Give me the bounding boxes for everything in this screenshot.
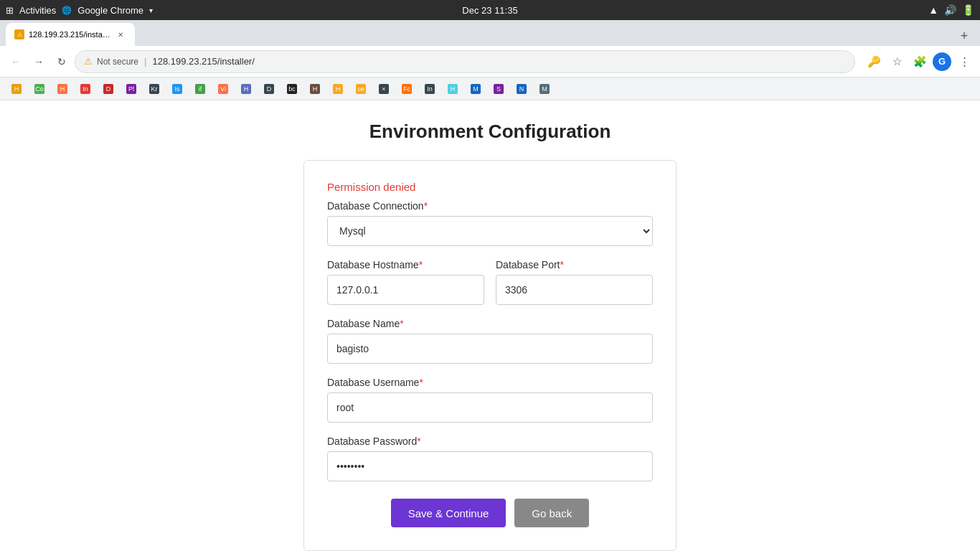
bookmark-item[interactable]: H xyxy=(327,80,349,98)
os-topbar: ⊞ Activities 🌐 Google Chrome ▾ Dec 23 11… xyxy=(0,0,980,20)
tab-close-button[interactable]: ✕ xyxy=(115,29,126,40)
required-star-hostname: * xyxy=(419,259,423,270)
new-tab-button[interactable]: + xyxy=(954,26,974,46)
address-bar[interactable]: ⚠ Not secure | 128.199.23.215/installer/ xyxy=(75,50,855,73)
save-continue-button[interactable]: Save & Continue xyxy=(391,499,507,527)
os-topbar-left: ⊞ Activities 🌐 Google Chrome ▾ xyxy=(6,5,153,16)
db-connection-group: Database Connection* Mysql PostgreSQL SQ… xyxy=(327,200,653,246)
key-icon[interactable]: 🔑 xyxy=(864,52,884,72)
bookmark-item[interactable]: H xyxy=(442,80,463,98)
bookmark-item[interactable]: if xyxy=(189,80,211,98)
tab-title: 128.199.23.215/installer/ xyxy=(29,30,110,39)
required-star-name: * xyxy=(400,318,403,329)
bookmark-item[interactable]: H xyxy=(304,80,326,98)
form-card: Permission denied Database Connection* M… xyxy=(303,160,677,551)
bookmark-item[interactable]: S xyxy=(488,80,509,98)
required-star-port: * xyxy=(560,259,564,270)
bookmark-item[interactable]: In xyxy=(419,80,440,98)
url-display: 128.199.23.215/installer/ xyxy=(152,56,254,67)
db-port-input[interactable] xyxy=(496,275,653,305)
security-warning-icon: ⚠ xyxy=(84,56,93,67)
required-star-connection: * xyxy=(424,200,428,212)
bookmark-item[interactable]: M xyxy=(534,80,555,98)
wifi-icon: ▲ xyxy=(928,4,938,16)
bookmark-item[interactable]: Co xyxy=(29,80,50,98)
db-connection-select[interactable]: Mysql PostgreSQL SQLite SQL Server xyxy=(327,216,653,246)
os-topbar-right: ▲ 🔊 🔋 xyxy=(928,4,974,16)
button-row: Save & Continue Go back xyxy=(327,499,653,527)
required-star-password: * xyxy=(417,435,420,447)
bookmark-item[interactable]: H xyxy=(52,80,73,98)
bookmarks-bar: HCoHInDPlKrIsifViHDbcHHce×FcInHMSNM xyxy=(0,77,980,100)
bookmark-item[interactable]: × xyxy=(373,80,395,98)
chrome-window: ⚠ 128.199.23.215/installer/ ✕ + ← → ↻ ⚠ … xyxy=(0,20,980,551)
menu-icon[interactable]: ⋮ xyxy=(954,52,974,72)
url-separator: | xyxy=(144,56,146,67)
bookmark-star-icon[interactable]: ☆ xyxy=(887,52,907,72)
permission-denied-message: Permission denied xyxy=(327,181,653,193)
db-username-label: Database Username* xyxy=(327,377,653,388)
db-username-input[interactable] xyxy=(327,392,653,423)
bookmark-item[interactable]: D xyxy=(258,80,280,98)
os-browser-arrow: ▾ xyxy=(149,6,153,14)
go-back-button[interactable]: Go back xyxy=(514,499,589,527)
bookmark-item[interactable]: H xyxy=(6,80,27,98)
db-port-group: Database Port* xyxy=(496,259,653,305)
bookmark-item[interactable]: ce xyxy=(350,80,372,98)
os-browser-label[interactable]: Google Chrome xyxy=(77,5,143,16)
db-name-group: Database Name* xyxy=(327,318,653,364)
os-datetime: Dec 23 11:35 xyxy=(462,5,517,16)
activities-icon[interactable]: ⊞ xyxy=(6,5,14,16)
tab-list: ⚠ 128.199.23.215/installer/ ✕ xyxy=(6,23,951,46)
page-title: Environment Configuration xyxy=(14,121,966,143)
not-secure-label: Not secure xyxy=(97,57,138,67)
bookmark-item[interactable]: bc xyxy=(281,80,303,98)
tab-bar: ⚠ 128.199.23.215/installer/ ✕ + xyxy=(0,20,980,46)
battery-icon: 🔋 xyxy=(962,4,974,16)
back-button[interactable]: ← xyxy=(6,52,26,72)
os-browser-icon: 🌐 xyxy=(62,6,72,15)
bookmark-item[interactable]: D xyxy=(98,80,119,98)
bookmark-item[interactable]: M xyxy=(465,80,486,98)
db-hostname-input[interactable] xyxy=(327,275,484,305)
active-tab[interactable]: ⚠ 128.199.23.215/installer/ ✕ xyxy=(6,23,135,46)
tab-favicon: ⚠ xyxy=(14,29,24,39)
db-password-label: Database Password* xyxy=(327,435,653,447)
db-hostname-label: Database Hostname* xyxy=(327,259,484,270)
bookmark-item[interactable]: In xyxy=(75,80,96,98)
bookmark-item[interactable]: Fc xyxy=(396,80,418,98)
bookmark-item[interactable]: Pl xyxy=(121,80,142,98)
os-app-label[interactable]: Activities xyxy=(19,5,56,16)
db-name-input[interactable] xyxy=(327,334,653,364)
db-password-group: Database Password* xyxy=(327,435,653,481)
bookmark-item[interactable]: N xyxy=(511,80,532,98)
user-avatar[interactable]: G xyxy=(933,52,951,71)
page-content: Environment Configuration Permission den… xyxy=(0,100,980,551)
bookmark-item[interactable]: H xyxy=(235,80,257,98)
sound-icon: 🔊 xyxy=(944,4,956,16)
bookmark-item[interactable]: Kr xyxy=(143,80,165,98)
db-hostname-group: Database Hostname* xyxy=(327,259,484,305)
address-bar-row: ← → ↻ ⚠ Not secure | 128.199.23.215/inst… xyxy=(0,46,980,77)
reload-button[interactable]: ↻ xyxy=(52,52,72,72)
db-name-label: Database Name* xyxy=(327,318,653,329)
address-bar-icons: 🔑 ☆ 🧩 G ⋮ xyxy=(864,52,974,72)
required-star-username: * xyxy=(419,377,423,388)
extensions-icon[interactable]: 🧩 xyxy=(910,52,930,72)
hostname-port-row: Database Hostname* Database Port* xyxy=(327,259,653,318)
db-port-label: Database Port* xyxy=(496,259,653,270)
bookmark-item[interactable]: Vi xyxy=(212,80,234,98)
bookmark-item[interactable]: Is xyxy=(166,80,188,98)
forward-button[interactable]: → xyxy=(29,52,49,72)
db-username-group: Database Username* xyxy=(327,377,653,423)
db-connection-label: Database Connection* xyxy=(327,200,653,212)
db-password-input[interactable] xyxy=(327,451,653,481)
